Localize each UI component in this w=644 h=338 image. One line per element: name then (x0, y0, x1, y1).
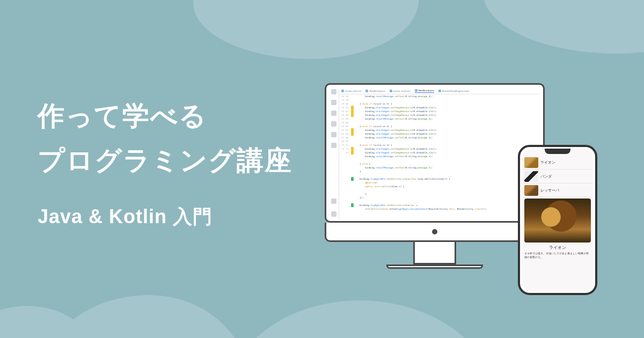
power-indicator-icon (432, 229, 437, 234)
monitor-screen: activity_main.xmlMainActivity.javaactivi… (325, 83, 545, 223)
hero-title-line1: 作って学べる (38, 94, 292, 138)
app-list-row[interactable]: パンダ (522, 170, 593, 183)
ide-tab[interactable]: AnswerDialogFragment.java (438, 90, 469, 92)
monitor-base (386, 264, 483, 269)
code-gutter: 45 46 47 48 49 50 51 52 53 54 55 56 57 5… (339, 94, 350, 220)
sidebar-icon (331, 100, 336, 105)
app-detail-title: ライオン (524, 245, 591, 251)
hero-subtitle: Java & Kotlin 入門 (38, 204, 292, 230)
sidebar-icon (331, 211, 336, 217)
desktop-monitor: activity_main.xmlMainActivity.javaactivi… (325, 83, 545, 269)
phone-notch (545, 149, 570, 154)
hero-text: 作って学べる プログラミング講座 Java & Kotlin 入門 (38, 94, 292, 230)
decor-blob (193, 0, 419, 59)
app-row-label: パンダ (540, 174, 552, 179)
app-thumb (524, 185, 538, 196)
hero-title-line2: プログラミング講座 (38, 138, 292, 183)
ide-tab[interactable]: MainActivity.java (415, 89, 435, 93)
app-detail: ライオン ネコ科では最大。力強いたてがみと勇ましい咆哮が特徴の百獣の王。 (522, 197, 593, 291)
app-detail-image (524, 199, 591, 243)
decor-blob (483, 0, 644, 54)
app-list: ライオンパンダレッサーパ (522, 149, 593, 197)
sidebar-icon (331, 199, 336, 204)
sidebar-icon (331, 132, 336, 137)
sidebar-icon (331, 111, 336, 116)
code-gutter-markers (350, 94, 354, 220)
ide-sidebar (328, 88, 339, 220)
ide-tab[interactable]: MainActivity.java (365, 90, 385, 92)
monitor-chin (325, 223, 545, 242)
ide-tabs: activity_main.xmlMainActivity.javaactivi… (339, 88, 540, 94)
app-thumb (524, 157, 538, 168)
app-list-row[interactable]: ライオン (522, 156, 593, 170)
sidebar-icon (331, 121, 336, 127)
app-thumb (524, 171, 538, 182)
file-icon (365, 90, 368, 92)
sidebar-icon (331, 89, 336, 94)
ide-tab[interactable]: activity_result.xml (390, 90, 411, 92)
app-row-label: レッサーパ (540, 188, 559, 193)
file-icon (415, 89, 418, 92)
file-icon (390, 90, 392, 92)
ide-tab[interactable]: activity_main.xml (341, 90, 361, 92)
phone-mockup: ライオンパンダレッサーパ ライオン ネコ科では最大。力強いたてがみと勇ましい咆哮… (518, 145, 597, 295)
ide-code: 45 46 47 48 49 50 51 52 53 54 55 56 57 5… (339, 94, 540, 220)
code-body: binding.resultMessage.setText(R.string.m… (354, 94, 540, 220)
decor-blob (225, 300, 494, 338)
file-icon (438, 90, 441, 92)
app-detail-desc: ネコ科では最大。力強いたてがみと勇ましい咆哮が特徴の百獣の王。 (524, 252, 591, 260)
ide-main: activity_main.xmlMainActivity.javaactivi… (339, 88, 540, 220)
monitor-stand (413, 242, 456, 264)
app-list-row[interactable]: レッサーパ (522, 183, 593, 197)
phone-screen: ライオンパンダレッサーパ ライオン ネコ科では最大。力強いたてがみと勇ましい咆哮… (522, 149, 593, 291)
app-row-label: ライオン (540, 160, 555, 165)
file-icon (341, 90, 344, 92)
sidebar-icon (331, 143, 336, 148)
